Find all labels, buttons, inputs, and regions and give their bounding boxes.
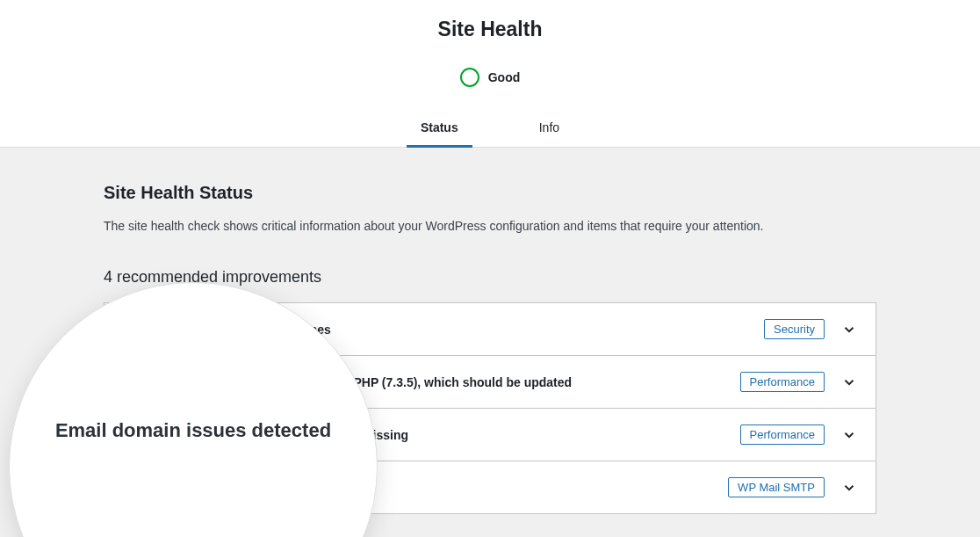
chevron-down-icon (840, 479, 858, 497)
status-badge: Performance (740, 425, 825, 445)
chevron-down-icon (840, 321, 858, 338)
status-badge: Security (764, 319, 825, 339)
tabs: Status Info (0, 112, 980, 148)
magnifier-text: Email domain issues detected (55, 419, 331, 442)
tab-status[interactable]: Status (407, 112, 472, 147)
status-badge: Performance (740, 372, 825, 392)
section-description: The site health check shows critical inf… (104, 219, 876, 233)
status-badge: WP Mail SMTP (728, 477, 825, 497)
page-title: Site Health (0, 18, 980, 41)
progress-indicator: Good (0, 68, 980, 87)
progress-circle-icon (460, 68, 479, 87)
tab-info[interactable]: Info (525, 112, 573, 147)
progress-label: Good (488, 70, 521, 84)
section-title: Site Health Status (104, 183, 876, 203)
chevron-down-icon (840, 374, 858, 391)
chevron-down-icon (840, 426, 858, 444)
